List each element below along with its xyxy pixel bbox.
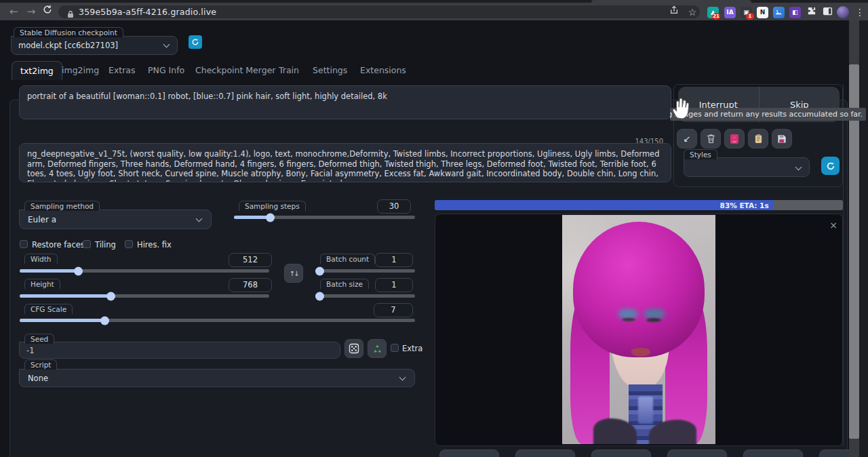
sampling-method-dropdown[interactable]: Euler a (19, 210, 212, 229)
cfg-scale-slider[interactable] (20, 319, 415, 322)
extension-teal-icon[interactable]: ▲21 (707, 7, 719, 18)
width-value[interactable]: 512 (229, 253, 272, 267)
browser-menu-icon[interactable]: ⋮ (854, 7, 865, 18)
height-slider[interactable] (20, 294, 269, 298)
tooltip-text: Stop processing images and return any re… (670, 110, 866, 119)
window-edge (859, 20, 868, 457)
extensions-puzzle-icon[interactable] (806, 6, 816, 17)
progress-bar: 83% ETA: 1s (435, 200, 843, 210)
arrow-sw-icon: ↙ (684, 134, 691, 144)
image-hair-top (573, 222, 705, 357)
sidebar-toggle-icon[interactable] (822, 6, 833, 17)
extension-badge: 21 (712, 13, 720, 20)
apply-style-button[interactable] (748, 129, 768, 148)
extension-notion-icon[interactable]: N (757, 7, 768, 18)
extra-seed-checkbox[interactable] (391, 344, 399, 352)
progress-label: 83% ETA: 1s (720, 201, 774, 210)
tab-train[interactable]: Train (279, 65, 299, 75)
extra-networks-button[interactable] (724, 129, 745, 148)
chevron-down-icon (163, 41, 170, 48)
reload-icon (43, 5, 52, 14)
image-eye-right (646, 318, 661, 322)
batch-size-slider[interactable] (315, 294, 415, 298)
zip-button[interactable] (515, 450, 575, 457)
swap-dimensions-button[interactable]: ↑↓ (284, 264, 303, 283)
slider-thumb[interactable] (74, 266, 83, 275)
close-preview-button[interactable]: × (827, 219, 840, 231)
batch-count-value[interactable]: 1 (375, 253, 413, 267)
trash-icon (707, 134, 715, 144)
extension-badge-2: 1 (746, 13, 754, 20)
script-dropdown[interactable]: None (19, 369, 415, 387)
image-lips (631, 348, 650, 357)
lock-icon (67, 8, 74, 21)
save-style-button[interactable] (772, 129, 792, 148)
browser-window: ← → 359e5b9a-a5ff-4216.gradio.live ☆ ▲21… (0, 0, 868, 457)
slider-thumb[interactable] (315, 292, 324, 300)
tab-checkpoint-merger[interactable]: Checkpoint Merger (195, 65, 275, 75)
extension-dark-icon[interactable]: ▣1 (741, 7, 752, 18)
send-to-img2img-button[interactable] (591, 450, 651, 457)
sampling-steps-slider[interactable] (234, 216, 415, 219)
bookmark-star-icon[interactable]: ☆ (687, 7, 698, 18)
mouse-cursor-hand (671, 96, 690, 123)
prompt-input[interactable]: portrait of a beautiful [woman::0.1] rob… (19, 85, 671, 119)
batch-size-label: Batch size (320, 279, 369, 289)
slider-thumb[interactable] (106, 292, 115, 300)
random-seed-button[interactable] (344, 339, 363, 358)
tab-settings[interactable]: Settings (313, 65, 347, 75)
script-value: None (28, 374, 48, 383)
batch-size-value[interactable]: 1 (375, 278, 413, 292)
refresh-icon (191, 38, 199, 46)
width-slider[interactable] (20, 269, 269, 273)
tab-extras[interactable]: Extras (108, 65, 136, 75)
save-button[interactable] (439, 450, 499, 457)
send-to-extras-button[interactable] (743, 450, 803, 457)
checkpoint-dropdown[interactable]: model.ckpt [cc6cb27103] (11, 36, 178, 55)
tab-png-info[interactable]: PNG Info (148, 65, 184, 75)
cfg-scale-label: CFG Scale (24, 304, 73, 314)
clear-prompt-button[interactable] (701, 129, 721, 148)
tab-extensions[interactable]: Extensions (360, 65, 406, 75)
tab-img2img[interactable]: img2img (62, 65, 99, 75)
slider-thumb[interactable] (100, 316, 109, 325)
extension-ia-icon[interactable]: IA (724, 7, 736, 18)
sampling-method-value: Euler a (28, 215, 56, 224)
checkpoint-refresh-button[interactable] (189, 35, 202, 49)
chevron-down-icon (795, 164, 802, 171)
batch-count-slider[interactable] (315, 269, 415, 273)
checkpoint-label: Stable Diffusion checkpoint (14, 27, 123, 37)
styles-dropdown[interactable] (684, 157, 810, 177)
url-text[interactable]: 359e5b9a-a5ff-4216.gradio.live (79, 7, 216, 17)
hires-fix-label: Hires. fix (137, 240, 172, 250)
reuse-seed-button[interactable] (368, 339, 387, 358)
batch-count-label: Batch count (320, 254, 375, 264)
hires-fix-checkbox[interactable] (125, 240, 133, 248)
cfg-scale-value[interactable]: 7 (374, 303, 413, 317)
profile-avatar[interactable] (837, 6, 849, 18)
generated-image[interactable] (562, 215, 715, 444)
interrupt-tooltip: Stop processing images and return any re… (670, 108, 866, 121)
tiling-checkbox[interactable] (83, 240, 91, 248)
share-icon[interactable] (669, 5, 679, 16)
image-eye-left (622, 318, 635, 321)
seed-input[interactable] (19, 342, 340, 359)
forward-button[interactable]: → (24, 5, 38, 18)
negative-prompt-input[interactable]: ng_deepnegative_v1_75t, (worst quality, … (19, 143, 671, 182)
paste-params-button[interactable]: ↙ (677, 129, 697, 148)
height-value[interactable]: 768 (229, 278, 272, 292)
sampling-steps-value[interactable]: 30 (377, 199, 411, 214)
back-button[interactable]: ← (7, 5, 20, 18)
extension-photos-icon[interactable] (773, 7, 785, 18)
slider-thumb[interactable] (266, 213, 275, 222)
styles-refresh-button[interactable] (821, 157, 840, 175)
send-to-inpaint-button[interactable] (667, 450, 727, 457)
restore-faces-checkbox[interactable] (20, 240, 28, 248)
clipboard-icon (754, 134, 763, 144)
reload-button[interactable] (41, 4, 54, 18)
extra-seed-label: Extra (402, 344, 422, 353)
tab-txt2img[interactable]: txt2img (12, 61, 62, 80)
extension-purple-icon[interactable]: ◧ (789, 7, 801, 18)
tiling-label: Tiling (95, 240, 116, 250)
slider-thumb[interactable] (315, 266, 324, 275)
